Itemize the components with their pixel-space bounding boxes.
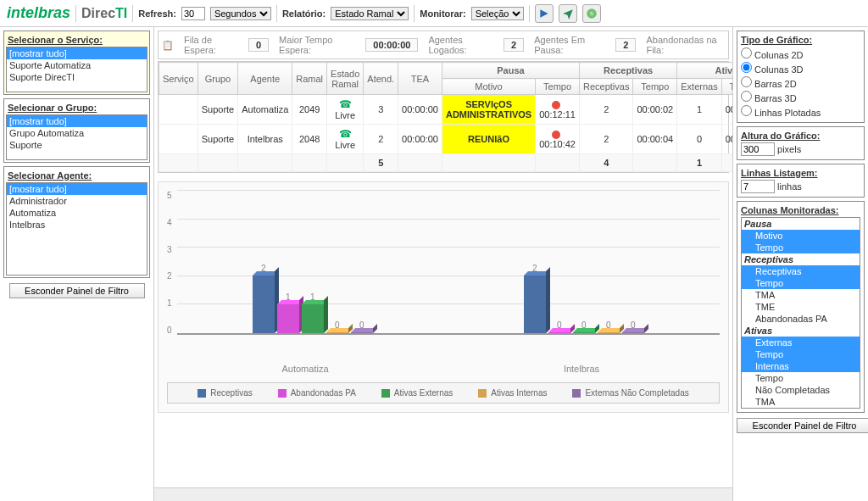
table-body: SuporteAutomatiza2049 ☎ Livre 300:00:00 … <box>159 95 733 172</box>
mon-option[interactable]: Motivo <box>742 230 860 242</box>
relatorio-select[interactable]: Estado Ramal <box>331 7 409 20</box>
send-icon[interactable] <box>559 4 577 23</box>
refresh-unit-select[interactable]: Segundos <box>210 7 271 20</box>
hide-filter-button-right[interactable]: Esconder Painel de Filtro <box>737 418 868 433</box>
list-item[interactable]: [mostrar tudo] <box>7 115 147 127</box>
horizontal-scrollbar[interactable] <box>154 487 732 501</box>
mon-option[interactable]: Tempo <box>742 372 860 384</box>
data-table-wrap: Serviço Grupo Agente Ramal Estado Ramal … <box>158 61 729 173</box>
altura-title: Altura do Gráfico: <box>741 131 860 141</box>
separator <box>276 5 277 22</box>
filter-agente: Selecionar Agente: [mostrar tudo]Adminis… <box>3 166 150 278</box>
table-totals: 541 <box>159 154 733 172</box>
pausa-label: Agentes Em Pausa: <box>534 35 605 55</box>
mon-group: Ativas <box>742 325 860 337</box>
th-tea[interactable]: TEA <box>398 63 442 95</box>
status-icon[interactable]: S <box>582 4 601 23</box>
pausa-value: 2 <box>615 38 636 52</box>
chart-legend: ReceptivasAbandonadas PAAtivas ExternasA… <box>167 382 720 404</box>
maior-value: 00:00:00 <box>365 38 418 52</box>
monitorar-select[interactable]: Seleção <box>471 7 524 20</box>
mon-option[interactable]: Tempo <box>742 277 860 289</box>
tipo-grafico-box: Tipo de Gráfico: Colunas 2D Colunas 3D B… <box>737 31 865 123</box>
linhas-input[interactable] <box>741 180 775 193</box>
logo-intelbras: intelbras <box>7 4 70 22</box>
relatorio-label: Relatório: <box>282 8 326 19</box>
mon-option[interactable]: Internas <box>742 360 860 372</box>
left-panel: Selecionar o Serviço: [mostrar tudo]Supo… <box>0 27 154 501</box>
filter-servico-title: Selecionar o Serviço: <box>6 33 147 47</box>
chart-bar: 1 <box>302 304 324 333</box>
th-atend[interactable]: Atend. <box>364 63 398 95</box>
tipo-radio-barras-3d[interactable]: Barras 3D <box>741 90 860 104</box>
list-item[interactable]: Suporte <box>7 139 147 151</box>
list-item[interactable]: Suporte Automatiza <box>7 59 147 71</box>
fila-value: 0 <box>248 38 269 52</box>
altura-input[interactable] <box>741 142 775 156</box>
mon-group: Geral <box>742 408 860 409</box>
table-row: SuporteAutomatiza2049 ☎ Livre 300:00:00 … <box>159 95 733 125</box>
tipo-radio-colunas-2d[interactable]: Colunas 2D <box>741 47 860 61</box>
center-panel: 📋 Fila de Espera: 0 Maior Tempo Espera: … <box>154 27 732 501</box>
mon-option[interactable]: TMA <box>742 396 860 408</box>
chart-bar: 0 <box>598 332 620 333</box>
list-item[interactable]: [mostrar tudo] <box>7 47 147 59</box>
tipo-radio-barras-2d[interactable]: Barras 2D <box>741 75 860 90</box>
th-servico[interactable]: Serviço <box>159 63 198 95</box>
chart-bar: 0 <box>351 332 373 333</box>
right-panel: Tipo de Gráfico: Colunas 2D Colunas 3D B… <box>732 27 868 501</box>
th-ptempo[interactable]: Tempo <box>536 79 580 95</box>
th-ativas-grp: Ativas <box>677 63 732 79</box>
linhas-unit: linhas <box>777 181 802 192</box>
filter-grupo-title: Selecionar o Grupo: <box>6 101 147 114</box>
list-item[interactable]: Suporte DirecTI <box>7 71 147 83</box>
th-ramal[interactable]: Ramal <box>292 63 327 95</box>
list-item[interactable]: Intelbras <box>7 219 147 231</box>
th-rtempo[interactable]: Tempo <box>633 79 677 95</box>
refresh-input[interactable] <box>181 7 205 20</box>
chart-bar: 2 <box>253 276 275 333</box>
th-externas[interactable]: Externas <box>677 79 721 95</box>
filter-grupo: Selecionar o Grupo: [mostrar tudo]Grupo … <box>3 98 150 163</box>
mon-option[interactable]: Tempo <box>742 348 860 360</box>
servico-listbox[interactable]: [mostrar tudo]Suporte AutomatizaSuporte … <box>6 47 147 92</box>
list-item[interactable]: Administrador <box>7 195 147 207</box>
legend-item: Ativas Internas <box>478 388 547 398</box>
altura-unit: pixels <box>777 144 801 154</box>
chart-plot: 2110020000 <box>177 191 720 335</box>
tipo-radio-linhas-plotadas[interactable]: Linhas Plotadas <box>741 104 860 119</box>
th-estado[interactable]: Estado Ramal <box>327 63 364 95</box>
mon-option[interactable]: Receptivas <box>742 265 860 277</box>
queue-icon: 📋 <box>162 40 174 51</box>
th-agente[interactable]: Agente <box>238 63 292 95</box>
mon-option[interactable]: TME <box>742 301 860 313</box>
agente-listbox[interactable]: [mostrar tudo]AdministradorAutomatizaInt… <box>6 182 147 276</box>
th-grupo[interactable]: Grupo <box>198 63 238 95</box>
mon-listbox[interactable]: PausaMotivoTempoReceptivasReceptivasTemp… <box>741 217 860 409</box>
legend-item: Receptivas <box>198 388 252 398</box>
table-row: SuporteIntelbras2048 ☎ Livre 200:00:00 R… <box>159 125 733 154</box>
mon-option[interactable]: TMA <box>742 289 860 301</box>
play-icon[interactable] <box>535 4 554 23</box>
mon-box: Colunas Monitoradas: PausaMotivoTempoRec… <box>737 201 865 413</box>
pause-indicator-icon <box>552 131 560 139</box>
th-receptivas[interactable]: Receptivas <box>580 79 633 95</box>
grupo-listbox[interactable]: [mostrar tudo]Grupo AutomatizaSuporte <box>6 114 147 160</box>
y-axis: 543210 <box>167 191 177 335</box>
chart-bar: 2 <box>524 276 546 333</box>
mon-option[interactable]: Abandonadas PA <box>742 313 860 325</box>
list-item[interactable]: Automatiza <box>7 207 147 219</box>
phone-icon: ☎ <box>339 98 352 110</box>
th-etempo[interactable]: Tempo <box>721 79 732 95</box>
x-label: Automatiza <box>167 364 443 374</box>
tipo-radio-colunas-3d[interactable]: Colunas 3D <box>741 61 860 75</box>
mon-option[interactable]: Tempo <box>742 242 860 253</box>
list-item[interactable]: [mostrar tudo] <box>7 183 147 195</box>
mon-option[interactable]: Externas <box>742 337 860 348</box>
th-motivo[interactable]: Motivo <box>442 79 535 95</box>
mon-option[interactable]: Não Completadas <box>742 384 860 396</box>
separator <box>75 5 76 22</box>
list-item[interactable]: Grupo Automatiza <box>7 127 147 139</box>
hide-filter-button-left[interactable]: Esconder Painel de Filtro <box>9 283 145 298</box>
logados-value: 2 <box>504 38 524 52</box>
